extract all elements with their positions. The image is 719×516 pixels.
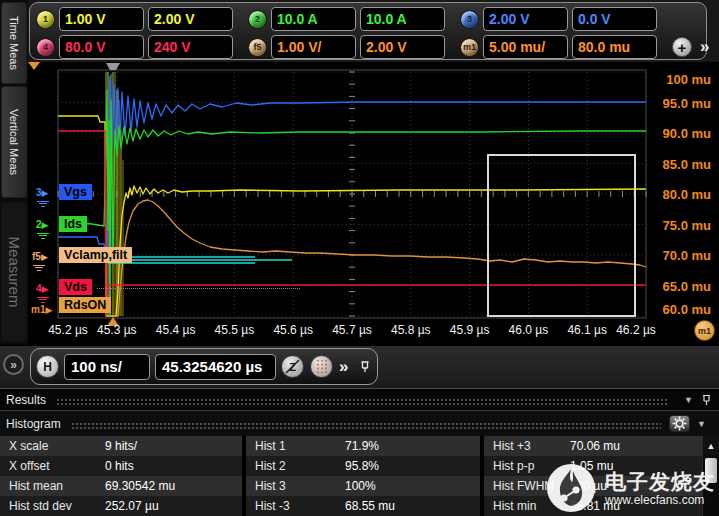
- histogram-view-button[interactable]: [310, 355, 333, 378]
- histogram-column-3: Hist +370.06 muHist p-p1.05 muHist FWHM5…: [484, 436, 702, 516]
- table-row[interactable]: Hist std dev252.07 µu: [0, 496, 242, 516]
- channel-f5-field-2[interactable]: 2.00 V: [360, 35, 445, 59]
- m1-axis-badge[interactable]: m1: [694, 320, 715, 341]
- histogram-column-2: Hist 171.9%Hist 295.8%Hist 3100%Hist -36…: [246, 436, 480, 516]
- table-row[interactable]: Hist 3100%: [246, 476, 480, 496]
- trace-label-vclamp-filt[interactable]: Vclamp,filt: [59, 247, 132, 263]
- x-axis-label: 46.1 µs: [567, 323, 607, 337]
- channel-f5-field-1[interactable]: 1.00 V/: [271, 35, 356, 59]
- results-pin-icon[interactable]: [700, 393, 713, 407]
- channel-2-field-2[interactable]: 10.0 A: [360, 7, 445, 31]
- table-row[interactable]: Hist 295.8%: [246, 456, 480, 476]
- measurement-value: 68.81 mu: [570, 499, 620, 513]
- table-row[interactable]: Hist p-p1.05 mu: [484, 456, 702, 476]
- results-dotted-fill: [56, 398, 669, 405]
- histogram-dropdown-icon[interactable]: ▼: [697, 419, 706, 429]
- channel-arrow-icon: ▶: [42, 188, 49, 198]
- table-row[interactable]: Hist +370.06 mu: [484, 436, 702, 456]
- table-row[interactable]: Hist -368.55 mu: [246, 496, 480, 516]
- channel-1-field-2[interactable]: 2.00 V: [148, 7, 233, 31]
- histogram-settings-button[interactable]: [669, 415, 690, 432]
- channel-toolbar: 11.00 V2.00 V210.0 A10.0 A32.00 V0.0 V 4…: [28, 0, 719, 62]
- x-axis-label: 45.6 µs: [273, 323, 313, 337]
- measurement-value: 69.30542 mu: [105, 479, 175, 493]
- channel-group-4: 480.0 V240 V: [36, 35, 237, 59]
- table-row[interactable]: Hist mean69.30542 mu: [0, 476, 242, 496]
- histogram-header[interactable]: Histogram ▼: [0, 410, 719, 436]
- channel-button-m1[interactable]: m1: [460, 38, 479, 57]
- ground-symbol-icon: [37, 295, 49, 303]
- table-row[interactable]: X scale9 hits/: [0, 436, 242, 456]
- table-scrollbar[interactable]: ▲: [702, 436, 719, 516]
- measurement-label: Hist -3: [255, 499, 290, 513]
- waveform-plot[interactable]: [28, 62, 719, 345]
- tab-measurement-ghost[interactable]: Measurem: [1, 202, 27, 342]
- y-axis-label: 100 mu: [666, 72, 711, 87]
- channel-button-f5[interactable]: f5: [248, 38, 267, 57]
- channel-3-field-1[interactable]: 2.00 V: [483, 7, 568, 31]
- channel-button-2[interactable]: 2: [248, 10, 267, 29]
- measurement-label: X offset: [9, 459, 49, 473]
- measurement-label: Hist FWHM: [493, 479, 554, 493]
- channel-marker-f5[interactable]: f5▶: [32, 251, 48, 262]
- toolbar-row-2: 480.0 V240 Vf51.00 V/2.00 Vm15.00 mu/80.…: [36, 35, 719, 59]
- table-row[interactable]: Hist FWHM560 µu: [484, 476, 702, 496]
- channel-marker-4[interactable]: 4▶: [36, 283, 48, 294]
- trace-label-vgs[interactable]: Vgs: [59, 184, 92, 200]
- results-header[interactable]: Results ▼: [0, 388, 719, 410]
- channel-m1-field-1[interactable]: 5.00 mu/: [483, 35, 568, 59]
- table-row[interactable]: Hist 171.9%: [246, 436, 480, 456]
- table-row[interactable]: X offset0 hits: [0, 456, 242, 476]
- channel-2-field-1[interactable]: 10.0 A: [271, 7, 356, 31]
- gear-icon: [672, 416, 687, 431]
- channel-button-3[interactable]: 3: [460, 10, 479, 29]
- results-dropdown-icon[interactable]: ▼: [684, 395, 693, 405]
- add-trace-button[interactable]: +: [672, 37, 692, 57]
- tab-vertical-meas[interactable]: Vertical Meas: [1, 86, 27, 198]
- histogram-title: Histogram: [6, 417, 61, 431]
- tab-time-meas-label: Time Meas: [8, 16, 20, 70]
- y-axis-label: 75.0 mu: [663, 217, 711, 232]
- y-axis-label: 70.0 mu: [663, 248, 711, 263]
- measurement-label: Hist 1: [255, 439, 286, 453]
- y-axis-label: 85.0 mu: [663, 156, 711, 171]
- scrollbar-thumb[interactable]: [705, 458, 717, 483]
- channel-m1-field-2[interactable]: 80.0 mu: [572, 35, 657, 59]
- timebase-position-field[interactable]: 45.3254620 µs: [155, 354, 276, 380]
- channel-group-1: 11.00 V2.00 V: [36, 7, 237, 31]
- table-row[interactable]: Hist min68.81 mu: [484, 496, 702, 516]
- timebase-scale-field[interactable]: 100 ns/: [64, 354, 150, 380]
- channel-4-field-2[interactable]: 240 V: [148, 35, 233, 59]
- undo-zoom-button[interactable]: Z: [281, 355, 304, 378]
- measurement-value: 1.05 mu: [570, 459, 613, 473]
- channel-marker-2[interactable]: 2▶: [36, 219, 48, 230]
- h-label: H: [43, 360, 52, 374]
- trace-label-ids[interactable]: Ids: [59, 216, 87, 232]
- toolbar-more-button[interactable]: »: [700, 37, 709, 57]
- channel-marker-m1[interactable]: m1▶: [31, 304, 52, 315]
- y-axis-label: 95.0 mu: [663, 95, 711, 110]
- tab-time-meas[interactable]: Time Meas: [1, 2, 27, 84]
- timebase-more-button[interactable]: »: [339, 357, 348, 377]
- channel-group-f5: f51.00 V/2.00 V: [248, 35, 449, 59]
- zoom-slash-icon: [281, 355, 304, 378]
- timebase-pin-icon[interactable]: [358, 359, 372, 374]
- channel-marker-3[interactable]: 3▶: [36, 187, 48, 198]
- zoom-region-box[interactable]: [488, 155, 635, 316]
- channel-button-4[interactable]: 4: [36, 38, 55, 57]
- trace-label-rdson[interactable]: RdsON: [59, 297, 111, 313]
- trigger-time-marker-top[interactable]: [106, 63, 120, 70]
- toolbar-row-1: 11.00 V2.00 V210.0 A10.0 A32.00 V0.0 V: [36, 7, 672, 31]
- y-axis-label: 80.0 mu: [663, 187, 711, 202]
- expand-button[interactable]: »: [3, 354, 24, 375]
- channel-3-field-2[interactable]: 0.0 V: [572, 7, 657, 31]
- x-axis-label: 45.3 µs: [97, 323, 137, 337]
- channel-4-field-1[interactable]: 80.0 V: [59, 35, 144, 59]
- channel-1-field-1[interactable]: 1.00 V: [59, 7, 144, 31]
- horizontal-h-button[interactable]: H: [36, 355, 59, 378]
- trace-label-vds[interactable]: Vds: [59, 279, 92, 295]
- scroll-up-icon[interactable]: ▲: [703, 436, 719, 455]
- tab-measurement-ghost-label: Measurem: [6, 237, 23, 308]
- measurement-value: 70.06 mu: [570, 439, 620, 453]
- channel-button-1[interactable]: 1: [36, 10, 55, 29]
